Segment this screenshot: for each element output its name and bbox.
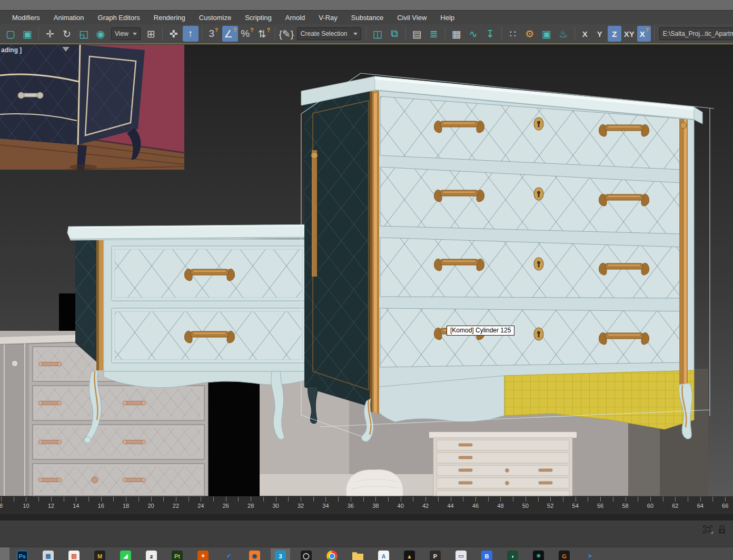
select-and-move[interactable]: ✛ <box>42 26 58 42</box>
project-folder[interactable]: E:\Salta_Proj...tic_Apartment <box>659 27 733 40</box>
taskbar-maya[interactable]: M <box>94 551 105 560</box>
restrict-to-xy-plane[interactable]: XY <box>622 26 636 42</box>
ruler-tick <box>1 497 2 502</box>
taskbar-blender-icon: ◉ <box>249 551 260 560</box>
funnel-triangle-icon[interactable] <box>62 47 70 52</box>
menu-modifiers[interactable]: Modifiers <box>5 12 47 24</box>
snap-question-mark: ? <box>233 27 236 33</box>
taskbar-chrome[interactable] <box>326 551 338 560</box>
ruler-tick <box>638 497 638 502</box>
taskbar-substance-painter[interactable]: Pt <box>172 551 183 560</box>
menu-substance[interactable]: Substance <box>344 12 390 24</box>
percent-snap-toggle[interactable]: %? <box>239 26 255 42</box>
nightstand-drawer-1[interactable] <box>112 246 305 301</box>
restrict-to-z[interactable]: Z <box>608 26 621 42</box>
ruler-frame-label: 54 <box>572 503 579 509</box>
taskbar-3dsmax[interactable]: 3 <box>275 551 286 560</box>
ruler-tick <box>600 497 601 502</box>
reference-coordinate-system[interactable]: View <box>111 27 141 40</box>
menu-rendering[interactable]: Rendering <box>147 12 192 24</box>
spinner-snap-toggle[interactable]: ⇅? <box>256 26 272 42</box>
menu-help[interactable]: Help <box>433 12 461 24</box>
taskbar-affinity[interactable]: ▲ <box>404 551 415 560</box>
snaps-toggle-3d[interactable]: 3? <box>205 26 221 42</box>
menu-scripting[interactable]: Scripting <box>238 12 279 24</box>
taskbar-g-app[interactable]: G <box>559 551 570 560</box>
snaps-use-axis-constraints[interactable]: X? <box>637 26 651 42</box>
select-region-rectangular[interactable]: ▢ <box>3 26 18 42</box>
select-and-manipulate[interactable]: ✜ <box>166 26 182 42</box>
ruler-tick <box>101 497 102 502</box>
menu-customize[interactable]: Customize <box>192 12 238 24</box>
taskbar-photoshop-icon: Ps <box>17 551 28 560</box>
restrict-to-x[interactable]: X <box>578 26 592 42</box>
paint-selection-region[interactable]: ▣ <box>19 26 35 42</box>
taskbar-ring-app[interactable]: ◯ <box>301 551 312 560</box>
mirror[interactable]: ◫ <box>370 26 385 42</box>
taskbar-a-doc-app[interactable]: A <box>378 551 389 560</box>
toggle-layer-explorer[interactable]: ≣ <box>426 26 442 42</box>
taskbar-file-explorer[interactable] <box>352 551 363 560</box>
menu-animation[interactable]: Animation <box>47 12 91 24</box>
taskbar-p-app[interactable]: P <box>430 551 441 560</box>
nightstand-drawer-2[interactable] <box>112 308 305 363</box>
taskbar-zbrush[interactable]: ƶ <box>146 551 157 560</box>
timeline-ruler[interactable]: 8101214161820222426283032343638404244464… <box>0 496 733 514</box>
edit-named-selection-sets[interactable]: {✎} <box>279 26 294 42</box>
keyboard-shortcut-override-toggle[interactable]: ↑ <box>183 26 199 42</box>
taskbar-b-app[interactable]: B <box>481 551 492 560</box>
taskbar-photoshop[interactable]: Ps <box>17 551 28 560</box>
angle-snap-toggle[interactable]: ∠? <box>222 26 238 42</box>
taskbar-green-app-icon: ◢ <box>120 551 131 560</box>
ruler-tick <box>213 497 214 502</box>
viewport-navigation-icon[interactable] <box>702 525 713 534</box>
toolbar-separator-8 <box>501 27 502 41</box>
taskbar-substance-painter-icon: Pt <box>172 551 183 560</box>
ruler-tick <box>626 497 626 502</box>
toggle-ribbon[interactable]: ▦ <box>449 26 464 42</box>
taskbar-calculator[interactable]: ▦ <box>43 551 54 560</box>
menu-civil-view[interactable]: Civil View <box>390 12 433 24</box>
ruler-tick <box>476 497 476 502</box>
restrict-to-y[interactable]: Y <box>593 26 607 42</box>
model-dresser-selected[interactable] <box>301 76 702 441</box>
taskbar-blender[interactable]: ◉ <box>249 551 260 560</box>
taskbar-embergen[interactable]: ✳ <box>533 551 544 560</box>
select-and-rotate[interactable]: ↻ <box>59 26 75 42</box>
dresser-drawer-3[interactable] <box>380 238 681 298</box>
taskbar-blue-check[interactable]: ✔ <box>223 551 234 560</box>
ruler-frame-label: 56 <box>597 503 603 509</box>
taskbar-orange-app[interactable]: ✦ <box>197 551 209 560</box>
named-selection-sets[interactable]: Create Selection Se <box>297 27 361 40</box>
select-and-scale[interactable]: ◱ <box>76 26 92 42</box>
taskbar-edge <box>0 547 9 560</box>
taskbar-pureref[interactable]: ▨ <box>68 551 80 560</box>
render-setup[interactable]: ⚙ <box>522 26 538 42</box>
viewport-shading-label[interactable]: ading ] <box>1 46 22 54</box>
selection-lock-icon[interactable] <box>718 525 726 534</box>
toggle-scene-explorer[interactable]: ▤ <box>409 26 425 42</box>
taskbar-leaf-app[interactable]: ◖ <box>507 551 518 560</box>
use-pivot-point-center[interactable]: ⊞ <box>143 26 159 42</box>
viewport[interactable]: ading ] [Komod] Cylinder 125 <box>0 45 733 496</box>
render-production[interactable]: ♨ <box>556 26 571 42</box>
taskbar-swoosh-app[interactable]: ➤ <box>585 551 596 560</box>
align[interactable]: ⧉ <box>387 26 402 42</box>
select-and-place[interactable]: ◉ <box>93 26 108 42</box>
toolbar-separator-10 <box>654 27 655 41</box>
drawer-keyhole <box>534 117 543 130</box>
material-editor[interactable]: ∷ <box>505 26 521 42</box>
menu-arnold[interactable]: Arnold <box>279 12 312 24</box>
curve-editor[interactable]: ∿ <box>465 26 481 42</box>
menu-v-ray[interactable]: V-Ray <box>312 12 344 24</box>
taskbar-green-app[interactable]: ◢ <box>120 551 131 560</box>
taskbar-video-app[interactable]: ▭ <box>455 551 467 560</box>
schematic-view[interactable]: ↧ <box>482 26 498 42</box>
toolbar-separator-3 <box>202 27 202 41</box>
rendered-frame-window[interactable]: ▣ <box>539 26 554 42</box>
dresser-drawer-4[interactable] <box>380 308 681 367</box>
toolbar-separator-7 <box>445 27 445 41</box>
menu-graph-editors[interactable]: Graph Editors <box>91 12 147 24</box>
viewport-canvas[interactable] <box>0 45 733 496</box>
ruler-tick <box>26 497 26 502</box>
